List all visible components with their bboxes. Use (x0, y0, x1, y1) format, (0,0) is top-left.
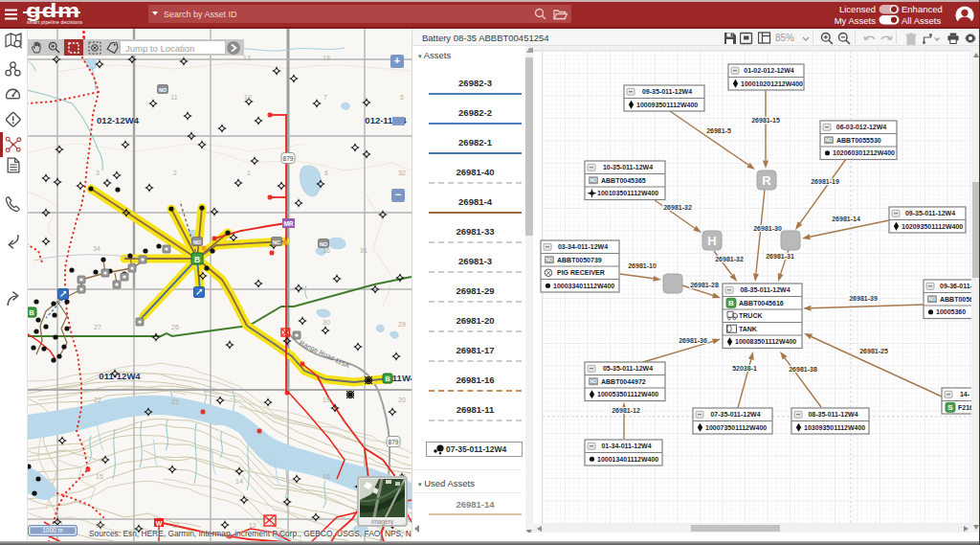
svg-text:NO: NO (928, 296, 936, 302)
svg-text:18: 18 (323, 55, 330, 61)
svg-text:TRUCK: TRUCK (739, 312, 763, 319)
svg-text:26981-36: 26981-36 (679, 337, 707, 344)
svg-text:102060301212W400: 102060301212W400 (833, 149, 895, 156)
svg-text:011-12W4: 011-12W4 (99, 371, 141, 381)
svg-text:NO: NO (590, 177, 597, 183)
svg-text:08-35-011-12W4: 08-35-011-12W4 (808, 411, 858, 418)
svg-text:52038-1: 52038-1 (732, 365, 757, 372)
svg-text:26981-14: 26981-14 (832, 216, 860, 222)
svg-text:NO: NO (546, 257, 553, 262)
svg-text:B: B (29, 309, 33, 316)
svg-text:11: 11 (170, 94, 177, 101)
svg-text:100010201212W400: 100010201212W400 (741, 80, 803, 87)
svg-text:NO: NO (825, 137, 833, 143)
svg-text:13: 13 (243, 55, 251, 61)
svg-text:14: 14 (235, 478, 243, 485)
svg-text:S: S (947, 403, 953, 412)
svg-text:26981-32: 26981-32 (715, 256, 744, 262)
svg-text:100033401112W400: 100033401112W400 (553, 283, 614, 289)
svg-text:27: 27 (94, 324, 101, 330)
svg-text:29: 29 (398, 321, 406, 328)
svg-text:09-35-011-12W4: 09-35-011-12W4 (905, 210, 955, 216)
svg-text:01-02-012-12W4: 01-02-012-12W4 (744, 67, 794, 74)
svg-text:3: 3 (96, 170, 100, 176)
svg-text:R: R (762, 173, 771, 188)
svg-text:NO: NO (320, 241, 328, 247)
svg-text:32: 32 (398, 170, 406, 176)
svg-text:NO: NO (193, 239, 202, 245)
svg-text:30: 30 (323, 319, 330, 326)
svg-text:100083501112W400: 100083501112W400 (735, 338, 796, 345)
svg-text:14-: 14- (960, 391, 970, 397)
svg-text:103093501112W400: 103093501112W400 (804, 424, 865, 431)
svg-text:06-03-012-12W4: 06-03-012-12W4 (836, 124, 887, 130)
svg-text:2: 2 (173, 170, 177, 176)
svg-text:879: 879 (283, 155, 294, 162)
svg-text:100013401112W400: 100013401112W400 (597, 456, 658, 463)
svg-text:26981-15: 26981-15 (751, 117, 780, 124)
svg-text:20: 20 (398, 397, 406, 403)
svg-text:879: 879 (389, 439, 399, 445)
svg-text:102093501112W400: 102093501112W400 (902, 223, 963, 230)
svg-text:26981-10: 26981-10 (628, 262, 657, 269)
svg-text:09-35-011-12W4: 09-35-011-12W4 (642, 88, 692, 95)
svg-text:ABBT0044972: ABBT0044972 (601, 378, 646, 385)
svg-text:W: W (156, 520, 163, 527)
svg-text:imagery: imagery (371, 518, 394, 526)
svg-text:26981-19: 26981-19 (811, 178, 839, 185)
svg-text:ABBT0050739: ABBT0050739 (557, 257, 602, 263)
svg-text:26: 26 (171, 324, 179, 330)
svg-text:6: 6 (324, 170, 328, 176)
svg-text:09-36-011-: 09-36-011- (940, 283, 973, 289)
svg-text:100103501112W400: 100103501112W400 (597, 190, 658, 196)
svg-text:B: B (194, 255, 200, 264)
svg-text:26981-28: 26981-28 (690, 282, 719, 288)
svg-text:11W4: 11W4 (392, 373, 412, 383)
svg-text:ABBT0045616: ABBT0045616 (739, 300, 784, 307)
svg-text:B: B (728, 299, 734, 307)
svg-text:26981-38: 26981-38 (789, 366, 817, 373)
svg-text:26981-5: 26981-5 (706, 127, 731, 134)
svg-text:100053501112W400: 100053501112W400 (597, 391, 658, 397)
svg-text:26981-12: 26981-12 (612, 407, 640, 414)
svg-text:07-35-011-12W4: 07-35-011-12W4 (710, 411, 760, 418)
svg-text:26981-31: 26981-31 (766, 253, 794, 260)
svg-text:26981-25: 26981-25 (859, 348, 888, 354)
svg-text:B: B (385, 375, 390, 382)
svg-text:PIG RECEIVER: PIG RECEIVER (557, 269, 605, 276)
svg-text:26981-32: 26981-32 (663, 204, 692, 211)
svg-text:08-35-011-12W4: 08-35-011-12W4 (740, 286, 790, 293)
svg-text:ABBT0055530: ABBT0055530 (836, 137, 881, 144)
svg-text:22: 22 (94, 397, 101, 403)
svg-text:9: 9 (56, 55, 59, 61)
svg-text:05-35-011-12W4: 05-35-011-12W4 (603, 365, 653, 372)
svg-text:15: 15 (96, 473, 103, 480)
svg-text:H: H (707, 234, 716, 248)
svg-text:23: 23 (171, 398, 179, 405)
svg-text:NC: NC (273, 239, 280, 245)
svg-text:NO: NO (159, 87, 167, 93)
svg-text:31: 31 (360, 247, 368, 254)
svg-text:ABBT0045365: ABBT0045365 (601, 177, 646, 184)
svg-text:03-34-011-12W4: 03-34-011-12W4 (558, 243, 608, 250)
svg-text:10-35-011-12W4: 10-35-011-12W4 (603, 164, 653, 170)
svg-text:36: 36 (323, 247, 330, 254)
svg-text:100093501112W400: 100093501112W400 (636, 102, 698, 108)
svg-text:12: 12 (249, 522, 256, 529)
svg-text:5: 5 (400, 94, 404, 101)
svg-text:26981-30: 26981-30 (753, 225, 782, 232)
svg-text:7: 7 (323, 94, 327, 101)
svg-text:100073501112W400: 100073501112W400 (705, 424, 767, 431)
svg-text:01-34-011-12W4: 01-34-011-12W4 (601, 443, 651, 449)
svg-text:11: 11 (172, 522, 179, 529)
svg-text:NO: NO (590, 378, 597, 384)
svg-text:10: 10 (96, 522, 103, 529)
svg-text:26981-39: 26981-39 (849, 295, 878, 302)
svg-text:TANK: TANK (739, 326, 757, 332)
svg-text:012-12W4: 012-12W4 (97, 115, 140, 125)
svg-text:MR: MR (283, 220, 293, 227)
svg-text:34: 34 (93, 245, 100, 252)
svg-text:12: 12 (244, 94, 252, 101)
svg-text:1: 1 (247, 170, 251, 176)
svg-text:19: 19 (323, 397, 330, 403)
